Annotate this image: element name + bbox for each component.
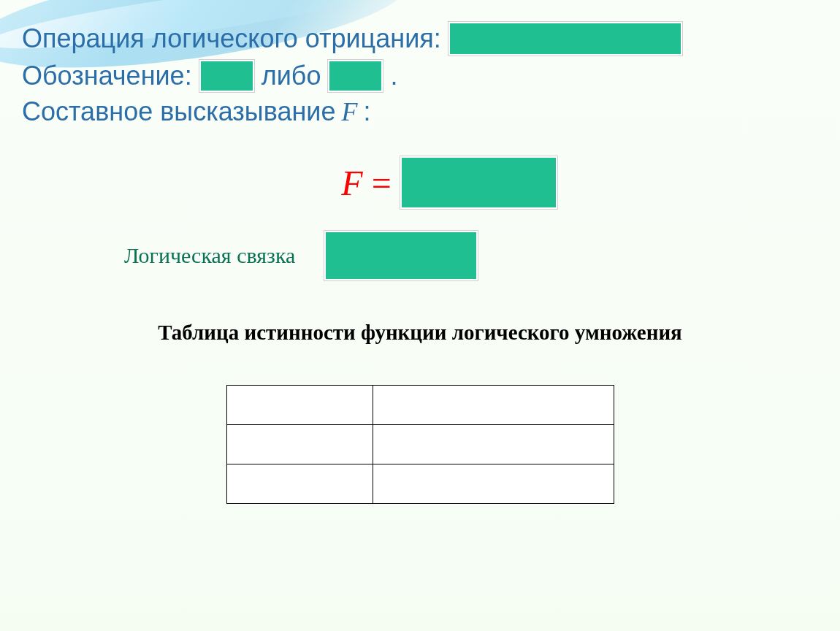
table-cell <box>226 425 373 464</box>
formula-var: F <box>341 163 362 203</box>
table-cell <box>373 425 614 464</box>
compound-colon: : <box>363 96 370 127</box>
table-cell <box>373 464 614 504</box>
table-cell <box>226 386 373 425</box>
compound-var: F <box>341 96 357 127</box>
compound-line: Составное высказывание F : <box>22 96 818 127</box>
formula-row: F = <box>22 156 818 209</box>
formula-equals: = <box>372 163 392 203</box>
notation-hidden-box-1[interactable] <box>199 60 254 92</box>
notation-hidden-box-2[interactable] <box>328 60 383 92</box>
connective-label: Логическая связка <box>124 243 295 268</box>
table-cell <box>226 464 373 504</box>
table-cell <box>373 386 614 425</box>
truth-table-title: Таблица истинности функции логического у… <box>22 321 818 345</box>
slide-content: Операция логического отрицания: Обозначе… <box>22 22 818 504</box>
notation-label: Обозначение: <box>22 61 192 91</box>
compound-label: Составное высказывание <box>22 96 335 127</box>
table-row <box>226 425 614 464</box>
notation-line: Обозначение: либо . <box>22 60 818 92</box>
connective-hidden-box[interactable] <box>324 231 478 280</box>
table-row <box>226 464 614 504</box>
operation-line: Операция логического отрицания: <box>22 22 818 56</box>
operation-hidden-box[interactable] <box>448 22 682 56</box>
table-row <box>226 386 614 425</box>
connective-row: Логическая связка <box>22 231 818 280</box>
operation-label: Операция логического отрицания: <box>22 23 441 54</box>
formula-hidden-box[interactable] <box>400 156 557 209</box>
notation-period: . <box>390 61 397 91</box>
notation-or: либо <box>261 61 321 91</box>
truth-table <box>226 385 614 504</box>
